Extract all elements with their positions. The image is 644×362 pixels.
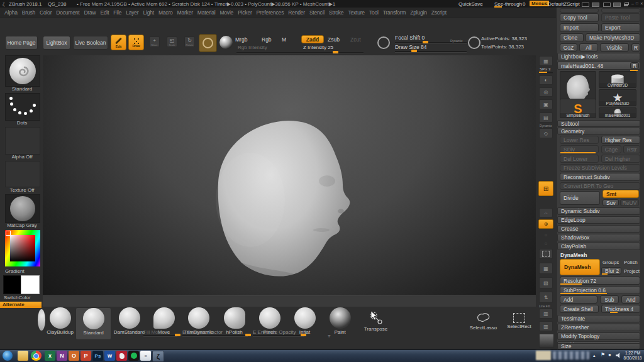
taskbar-keyshot-icon[interactable] [116, 351, 127, 361]
left-tray-toggle-icon[interactable] [582, 3, 589, 7]
resolution-slider-fill[interactable] [560, 283, 582, 285]
taskbar-powerpoint-icon[interactable]: P [80, 351, 91, 361]
project-toggle[interactable]: Project [624, 268, 640, 274]
dynamesh-section[interactable]: DynaMesh [557, 251, 640, 258]
thickness-slider-fill[interactable] [610, 312, 618, 313]
menu-draw[interactable]: Draw [84, 9, 96, 16]
fill-mode-slider[interactable] [143, 335, 177, 337]
view-mode-button[interactable]: ▥ [539, 321, 553, 331]
shadowbox-section[interactable]: ShadowBox [557, 234, 640, 241]
goz-button[interactable]: GoZ [560, 43, 577, 52]
taskbar-chrome-icon[interactable] [31, 351, 42, 361]
higher-res-button[interactable]: Higher Res [601, 136, 640, 144]
panel-scrollbar[interactable] [640, 8, 644, 349]
start-button[interactable] [3, 351, 13, 361]
tool-r-button[interactable]: R [630, 62, 639, 69]
gradient-swatch[interactable] [539, 334, 554, 348]
menu-layer[interactable]: Layer [126, 9, 138, 16]
z-intensity-slider[interactable] [289, 52, 364, 54]
goz-visible-button[interactable]: Visible [600, 43, 629, 52]
select-lasso-tool[interactable]: SelectLasso [465, 307, 501, 340]
home-page-button[interactable]: Home Page [5, 36, 38, 50]
rgb-intensity-slider[interactable] [236, 52, 294, 54]
menu-document[interactable]: Document [56, 9, 79, 16]
xpose-button[interactable]: ⇅ [539, 292, 553, 303]
tessimate-section[interactable]: Tessimate [557, 315, 640, 322]
palette-toggle-icon[interactable] [613, 3, 621, 7]
modify-topology-section[interactable]: Modify Topology [557, 332, 640, 340]
ghost-button[interactable]: ◌ [539, 239, 553, 247]
m-button[interactable]: M [282, 36, 286, 43]
scroll-button[interactable]: ◐ [539, 75, 553, 85]
frame-button[interactable] [539, 249, 553, 259]
import-button[interactable]: Import [560, 23, 599, 32]
minimize-button[interactable]: – [631, 1, 634, 6]
add-toggle[interactable]: Add [560, 295, 597, 304]
load-tool-button-cut[interactable] [560, 8, 599, 13]
dynamesh-button[interactable]: DynaMesh [560, 259, 600, 275]
taskbar-explorer-icon[interactable] [18, 351, 28, 361]
main-color-swatch[interactable] [3, 275, 22, 294]
taskbar-clock[interactable]: 1:22 PM 8/30/2018 [623, 351, 643, 361]
taskbar-notepad-icon[interactable]: ≡ [140, 351, 151, 361]
lightbox-tools-button[interactable]: Lightbox▶Tools [557, 53, 640, 60]
default-zscript-button[interactable]: DefaultZScript [548, 1, 580, 7]
taskbar-zbrush-icon-active[interactable]: ζ [152, 351, 164, 362]
simplebrush-thumbnail[interactable]: S SimpleBrush [560, 99, 596, 118]
menu-color[interactable]: Color [40, 9, 52, 16]
menu-stroke[interactable]: Stroke [329, 9, 343, 16]
mrgb-button[interactable]: Mrgb [235, 36, 247, 43]
menu-preferences[interactable]: Preferences [257, 9, 284, 16]
suv-toggle[interactable]: Suv [602, 199, 619, 206]
floor-mini-icon[interactable]: ╥ [325, 331, 334, 339]
crease-section[interactable]: Crease [557, 225, 640, 233]
sculpt-canvas[interactable] [43, 55, 536, 307]
scale-button[interactable]: ◱Scale [167, 36, 177, 47]
lightbox-button[interactable]: LightBox [43, 36, 70, 50]
actual-size-button[interactable]: ▣ [539, 99, 553, 109]
menu-tool[interactable]: Tool [369, 9, 379, 16]
head-small-thumbnail[interactable]: maleHead001 [599, 107, 636, 118]
polyf-button[interactable]: ▦ [539, 263, 553, 274]
sdiv-slider-fill[interactable] [560, 152, 596, 153]
and-toggle[interactable]: And [621, 295, 640, 304]
brush-claybuildup[interactable]: ClayBuildup [42, 307, 78, 340]
draw-size-slider[interactable] [395, 51, 467, 53]
alternate-button[interactable]: Alternate [0, 302, 42, 308]
secondary-color-swatch[interactable] [21, 275, 40, 294]
draw-size-slider-handle[interactable] [411, 50, 417, 52]
right-tray-toggle-icon[interactable] [592, 3, 599, 7]
menu-light[interactable]: Light [143, 9, 154, 16]
smt-toggle[interactable]: Smt [602, 190, 639, 198]
save-as-button-cut[interactable] [601, 8, 640, 13]
draw-button[interactable]: Draw [128, 35, 144, 50]
color-saturation-square[interactable] [10, 235, 35, 261]
zremesher-section[interactable]: ZRemesher [557, 324, 640, 331]
menus-button[interactable]: Menus [530, 1, 549, 6]
current-tool-header[interactable]: maleHead001. 48 [557, 62, 640, 70]
cylinder3d-thumbnail[interactable]: Cylinder3D [599, 71, 636, 88]
size-section[interactable]: Size [557, 343, 640, 349]
taskbar-preview-blob[interactable] [536, 351, 551, 360]
lsym-button[interactable]: ∴ [539, 208, 553, 217]
current-brush-button[interactable] [199, 34, 217, 52]
taskbar-onenote-icon[interactable]: N [57, 351, 67, 361]
create-shell-button[interactable]: Create Shell [560, 305, 599, 313]
taskbar-photoshop-icon[interactable]: Ps [92, 351, 103, 361]
alpha-thumbnail[interactable] [5, 127, 40, 155]
menu-file[interactable]: File [113, 9, 121, 16]
fill-mode-slider-handle[interactable] [175, 334, 180, 336]
taskbar-outlook-icon[interactable]: O [69, 351, 79, 361]
color-picker[interactable] [5, 230, 40, 266]
make-polymesh3d-button[interactable]: Make PolyMesh3D [586, 33, 640, 42]
menu-picker[interactable]: Picker [238, 9, 252, 16]
aahalf-button[interactable]: ▤ [539, 112, 553, 123]
quicksave-button[interactable]: QuickSave [458, 1, 483, 7]
e-enhance-factor-handle[interactable] [245, 334, 251, 336]
menu-edit[interactable]: Edit [100, 9, 109, 16]
menu-movie[interactable]: Movie [219, 9, 233, 16]
edgeloop-section[interactable]: EdgeLoop [557, 216, 640, 224]
local-button[interactable]: ⊕ [538, 219, 553, 229]
bpr-render-button[interactable]: ▦ [539, 56, 553, 66]
brush-damstandard[interactable]: DamStandard [111, 307, 147, 340]
